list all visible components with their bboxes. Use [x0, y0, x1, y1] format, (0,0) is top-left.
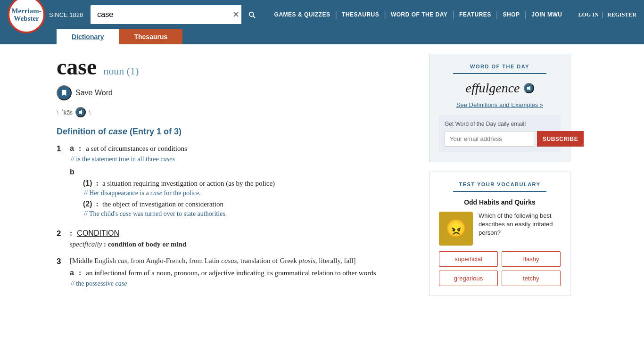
def-1a: a : a set of circumstances or conditions	[70, 144, 415, 153]
vocab-label: TEST YOUR VOCABULARY	[439, 181, 561, 187]
wotd-word-wrap: effulgence	[439, 81, 561, 96]
def-heading-word: case	[108, 127, 127, 136]
wotd-divider	[453, 73, 546, 74]
vocab-option-gregarious[interactable]: gregarious	[439, 271, 498, 286]
def-2-content: : CONDITION specifically : condition of …	[70, 229, 415, 248]
since-label: SINCE 1828	[49, 11, 83, 18]
nav-features[interactable]: FEATURES	[454, 11, 496, 18]
def-1b-1: (1) : a situation requiring investigatio…	[83, 179, 415, 188]
search-wrap: ✕	[91, 5, 262, 24]
def-1b-sub: (1) : a situation requiring investigatio…	[83, 179, 415, 218]
pron-open: \	[57, 108, 58, 116]
entry-content: case noun (1) Save Word \ ˈkās \ Definit…	[57, 54, 415, 296]
vocab-option-superficial[interactable]: superficial	[439, 251, 498, 267]
vocab-image: 😠	[439, 212, 473, 246]
def-3-content: [Middle English cas, from Anglo-French, …	[70, 257, 415, 288]
wotd-email-row: SUBSCRIBE	[445, 131, 555, 147]
def-1b-label: b	[70, 168, 415, 176]
def-1-content: a : a set of circumstances or conditions…	[70, 144, 415, 218]
word-heading: case noun (1)	[57, 54, 415, 80]
entry-pos: noun (1)	[103, 65, 139, 77]
def-2-main: : CONDITION	[70, 229, 415, 238]
auth-links: LOG IN | REGISTER	[578, 11, 636, 18]
def-3a: a : an inflectional form of a noun, pron…	[70, 269, 415, 277]
def-num-2: 2	[57, 229, 68, 239]
logo-circle: Merriam-Webster	[8, 0, 45, 33]
def-2-specific: specifically : condition of body or mind	[70, 240, 415, 248]
save-word-button[interactable]	[57, 85, 72, 100]
vocab-box: TEST YOUR VOCABULARY Odd Habits and Quir…	[429, 172, 570, 296]
def-1b-1-example: // Her disappearance is a case for the p…	[84, 189, 415, 197]
svg-marker-0	[79, 110, 82, 115]
register-link[interactable]: REGISTER	[607, 11, 636, 18]
search-clear-button[interactable]: ✕	[231, 8, 241, 22]
entry-word: case	[57, 54, 97, 80]
main-content: case noun (1) Save Word \ ˈkās \ Definit…	[0, 44, 644, 305]
search-icon	[248, 10, 256, 19]
definition-1: 1 a : a set of circumstances or conditio…	[57, 144, 415, 221]
tab-bar: Dictionary Thesaurus	[0, 29, 644, 44]
wotd-email-label: Get Word of the Day daily email!	[445, 121, 555, 127]
def-1b-wrap: b (1) : a situation requiring investigat…	[70, 168, 415, 218]
vocab-options: superficial flashy gregarious tetchy	[439, 251, 561, 286]
vocab-option-tetchy[interactable]: tetchy	[502, 271, 561, 286]
def-3a-example: // the possessive case	[71, 280, 415, 288]
nav-games[interactable]: GAMES & QUIZZES	[270, 11, 335, 18]
condition-link[interactable]: CONDITION	[77, 229, 119, 238]
def-1b-2-example: // The child's case was turned over to s…	[84, 210, 415, 218]
wotd-see-link[interactable]: See Definitions and Examples »	[439, 101, 561, 108]
nav-wotd[interactable]: WORD OF THE DAY	[386, 11, 452, 18]
nav-join[interactable]: JOIN MWU	[527, 11, 567, 18]
def-1a-text: a set of circumstances or conditions	[86, 145, 187, 153]
definition-heading: Definition of case (Entry 1 of 3)	[57, 127, 415, 137]
wotd-label: WORD OF THE DAY	[439, 64, 561, 69]
save-word-label: Save Word	[75, 89, 113, 97]
svg-marker-1	[527, 86, 530, 90]
sidebar: WORD OF THE DAY effulgence See Definitio…	[429, 54, 570, 296]
wotd-audio-button[interactable]	[524, 83, 534, 93]
wotd-word: effulgence	[465, 81, 520, 96]
logo-wrap: Merriam-Webster SINCE 1828	[8, 0, 83, 33]
bookmark-icon	[61, 89, 67, 97]
wotd-speaker-icon	[527, 85, 531, 91]
tab-thesaurus[interactable]: Thesaurus	[119, 29, 182, 44]
def-num-3: 3	[57, 257, 68, 266]
vocab-divider	[453, 191, 546, 192]
logo-text: Merriam-Webster	[11, 7, 41, 23]
def-3-etymology: [Middle English cas, from Anglo-French, …	[70, 257, 415, 265]
search-button[interactable]	[241, 5, 262, 24]
wotd-box: WORD OF THE DAY effulgence See Definitio…	[429, 54, 570, 162]
wotd-email-section: Get Word of the Day daily email! SUBSCRI…	[439, 115, 561, 152]
def-num-1: 1	[57, 144, 68, 154]
audio-button[interactable]	[75, 107, 86, 117]
definition-3: 3 [Middle English cas, from Anglo-French…	[57, 257, 415, 288]
wotd-email-input[interactable]	[445, 131, 534, 147]
vocab-option-flashy[interactable]: flashy	[502, 251, 561, 267]
vocab-desc: Which of the following best describes an…	[479, 212, 561, 246]
save-word-section: Save Word	[57, 85, 415, 100]
tab-dictionary[interactable]: Dictionary	[57, 29, 119, 44]
main-nav: GAMES & QUIZZES | THESAURUS | WORD OF TH…	[270, 10, 567, 20]
pronunciation-row: \ ˈkās \	[57, 107, 415, 117]
wotd-subscribe-button[interactable]: SUBSCRIBE	[537, 131, 584, 147]
vocab-image-row: 😠 Which of the following best describes …	[439, 212, 561, 246]
nav-thesaurus[interactable]: THESAURUS	[337, 11, 384, 18]
speaker-icon	[78, 109, 83, 115]
site-header: Merriam-Webster SINCE 1828 ✕ GAMES & QUI…	[0, 0, 644, 44]
def-1a-example: // is the statement true in all three ca…	[71, 156, 415, 163]
pron-text: ˈkās	[61, 108, 73, 116]
login-link[interactable]: LOG IN	[578, 11, 599, 18]
vocab-question: Odd Habits and Quirks	[439, 198, 561, 206]
pron-close: \	[89, 108, 91, 116]
def-1b-2: (2) : the object of investigation or con…	[83, 200, 415, 208]
nav-shop[interactable]: SHOP	[498, 11, 525, 18]
definition-2: 2 : CONDITION specifically : condition o…	[57, 229, 415, 248]
